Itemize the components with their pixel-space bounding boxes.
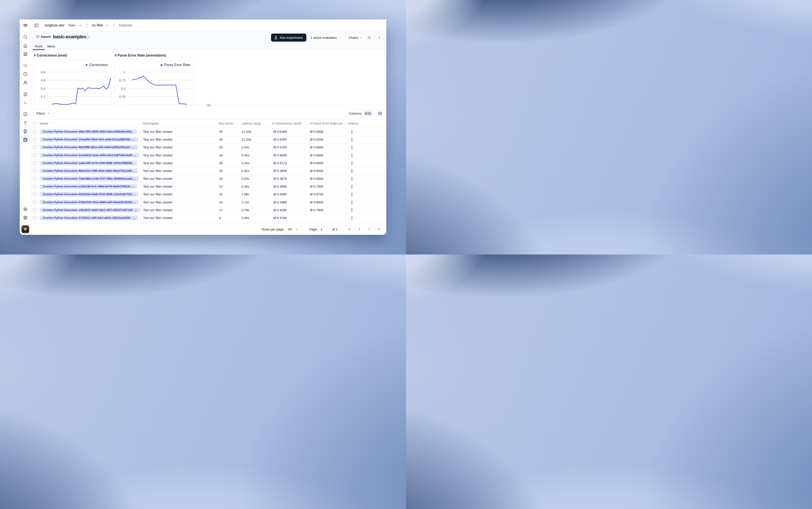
svg-text:0.6: 0.6 <box>41 78 45 82</box>
svg-text:0.25: 0.25 <box>119 95 126 98</box>
svg-text:0.2: 0.2 <box>41 95 45 98</box>
svg-text:1: 1 <box>124 70 126 74</box>
svg-text:0.75: 0.75 <box>119 78 126 82</box>
svg-text:0.8: 0.8 <box>41 70 45 74</box>
svg-text:0.5: 0.5 <box>121 87 126 90</box>
svg-text:0.4: 0.4 <box>41 87 45 90</box>
